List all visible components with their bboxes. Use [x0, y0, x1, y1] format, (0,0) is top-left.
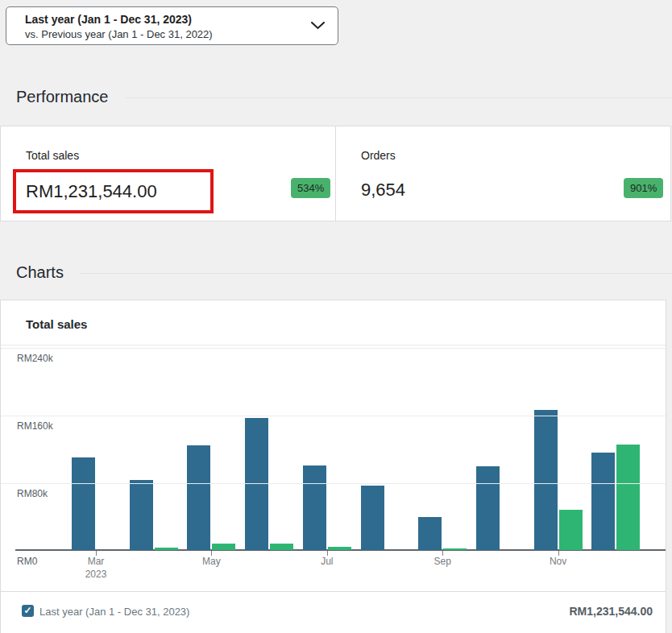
- chart-bar-previous-apr[interactable]: [155, 548, 178, 550]
- chart-title: Total sales: [26, 317, 87, 331]
- charts-heading: Charts: [16, 263, 64, 282]
- chart-bar-current-mar[interactable]: [72, 457, 95, 551]
- date-range-secondary: vs. Previous year (Jan 1 - Dec 31, 2022): [25, 27, 302, 41]
- chart-bar-previous-dec[interactable]: [616, 445, 640, 550]
- chart-bar-current-may[interactable]: [187, 445, 210, 550]
- metric-value: RM1,231,544.00: [26, 181, 157, 202]
- legend-value: RM1,231,544.00: [569, 605, 653, 618]
- y-axis-label: RM0: [17, 556, 37, 567]
- metric-label: Total sales: [26, 149, 79, 162]
- chart-bar-current-apr[interactable]: [130, 480, 153, 550]
- y-axis-label: RM240k: [17, 353, 53, 364]
- chart-bar-previous-jun[interactable]: [270, 544, 293, 550]
- gridline: [1, 483, 666, 484]
- chart-card-header: Total sales: [1, 300, 666, 345]
- legend-label: Last year (Jan 1 - Dec 31, 2023): [39, 606, 189, 618]
- date-range-selector[interactable]: Last year (Jan 1 - Dec 31, 2023) vs. Pre…: [6, 6, 338, 45]
- x-axis-label: Jul: [321, 556, 333, 567]
- legend-item[interactable]: ✓ Last year (Jan 1 - Dec 31, 2023) RM1,2…: [1, 591, 666, 633]
- date-range-primary: Last year (Jan 1 - Dec 31, 2023): [25, 12, 302, 27]
- chart-bar-current-sep[interactable]: [418, 517, 442, 550]
- gridline: [1, 416, 666, 416]
- highlight-annotation: RM1,231,544.00: [13, 169, 214, 213]
- x-axis-label: Mar: [88, 556, 105, 567]
- metric-value: 9,654: [361, 180, 405, 201]
- y-axis-label: RM160k: [17, 420, 53, 432]
- chart-bar-current-jul[interactable]: [303, 465, 326, 550]
- delta-badge: 901%: [624, 178, 663, 198]
- x-axis-year-label: 2023: [85, 569, 107, 580]
- chart-bar-current-aug[interactable]: [361, 486, 384, 550]
- metric-label: Orders: [361, 149, 396, 162]
- metric-card-total-sales[interactable]: Total sales RM1,231,544.00 534%: [0, 126, 336, 221]
- gridline: [1, 348, 666, 349]
- chart-bar-current-oct[interactable]: [476, 466, 500, 550]
- chart-bar-previous-sep[interactable]: [443, 548, 467, 550]
- chart-bar-previous-may[interactable]: [212, 544, 235, 550]
- legend-checkbox[interactable]: ✓: [22, 605, 34, 617]
- chart-plot: [1, 345, 666, 551]
- chart-bar-current-nov[interactable]: [534, 410, 558, 550]
- delta-badge: 534%: [291, 178, 330, 198]
- chart-card: Total sales ✓ Last year (Jan 1 - Dec 31,…: [0, 300, 666, 633]
- y-axis-label: RM80k: [17, 488, 48, 499]
- analytics-page: Last year (Jan 1 - Dec 31, 2023) vs. Pre…: [0, 0, 672, 633]
- chart-bar-current-dec[interactable]: [591, 453, 615, 550]
- chart-bar-previous-nov[interactable]: [559, 510, 583, 550]
- metric-card-orders[interactable]: Orders 9,654 901%: [335, 126, 671, 221]
- x-axis-label: May: [202, 556, 221, 567]
- x-axis-label: Nov: [550, 556, 566, 567]
- chart-bar-previous-jul[interactable]: [328, 547, 351, 550]
- charts-heading-rule: [80, 273, 672, 274]
- x-axis-label: Sep: [434, 556, 451, 567]
- performance-heading-rule: [126, 97, 672, 98]
- chart-bar-current-jun[interactable]: [245, 418, 268, 550]
- chevron-down-icon: [311, 22, 325, 30]
- performance-heading: Performance: [16, 87, 109, 106]
